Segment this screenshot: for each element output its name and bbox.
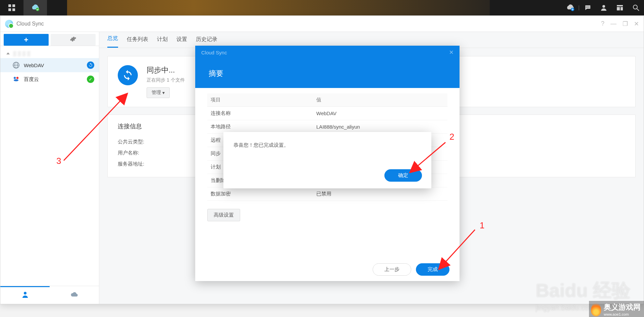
taskbar-widgets-icon[interactable] [612, 0, 628, 15]
sidebar-tab-cloud[interactable] [50, 286, 99, 304]
tab-schedule[interactable]: 计划 [157, 36, 168, 48]
taskbar-banner [67, 0, 490, 15]
svg-point-18 [14, 77, 16, 79]
svg-rect-3 [12, 8, 15, 11]
close-icon[interactable]: ✕ [634, 20, 639, 28]
svg-point-7 [587, 7, 588, 7]
tab-tasklist[interactable]: 任务列表 [127, 36, 148, 48]
sidebar-item-label: 百度云 [24, 76, 39, 83]
svg-rect-0 [8, 4, 11, 7]
alert-message: 恭喜您！您已完成设置。 [233, 142, 421, 148]
tab-overview[interactable]: 总览 [107, 35, 118, 48]
flame-icon [591, 302, 601, 316]
sidebar-group[interactable]: ▒▒▒▒ [0, 49, 99, 58]
sidebar-item-label: WebDAV [24, 62, 44, 68]
site-badge: 奥义游戏网 www.aoe1.com [589, 301, 644, 317]
gear-icon [70, 36, 76, 44]
wizard-titlebar: Cloud Sync × [195, 46, 460, 59]
sidebar-item-baidu[interactable]: 百度云 ✓ [0, 72, 99, 86]
add-connection-button[interactable]: + [4, 34, 49, 46]
minimize-icon[interactable]: — [610, 20, 616, 28]
taskbar-user-icon[interactable] [596, 0, 612, 15]
connection-label: 服务器地址: [118, 161, 155, 167]
sidebar-tab-user[interactable] [0, 286, 50, 304]
wizard-close-icon[interactable]: × [449, 49, 453, 56]
ok-icon: ✓ [87, 76, 94, 83]
taskbar-search-icon[interactable] [628, 0, 644, 15]
taskbar-cloud-sync[interactable] [23, 0, 47, 15]
wizard-header-title: 摘要 [209, 69, 223, 79]
maximize-icon[interactable]: ❐ [623, 20, 628, 28]
baidu-icon [12, 76, 20, 83]
taskbar-apps[interactable] [0, 0, 23, 15]
app-title: Cloud Sync [16, 21, 44, 27]
wizard-col-item: 项目 [207, 93, 313, 107]
overview-title: 同步中... [147, 65, 185, 75]
syncing-icon [87, 61, 94, 69]
sidebar-group-label: ▒▒▒▒ [13, 51, 32, 56]
connection-label: 用户名称: [118, 150, 155, 156]
wizard-header: 摘要 [195, 59, 460, 88]
table-row: 本地路径LAI888/sync_aliyun [207, 120, 447, 134]
taskbar-cloud-status-icon[interactable] [562, 0, 578, 15]
svg-rect-11 [617, 7, 620, 10]
alert-ok-button[interactable]: 确定 [384, 169, 422, 182]
user-icon [21, 291, 29, 300]
manage-label: 管理 [152, 90, 161, 96]
app-icon [5, 20, 13, 28]
chevron-up-icon [6, 52, 10, 54]
site-url: www.aoe1.com [604, 312, 641, 316]
svg-rect-12 [621, 7, 623, 10]
manage-dropdown[interactable]: 管理 ▾ [147, 87, 170, 98]
svg-point-4 [36, 8, 39, 11]
overview-subtitle: 正在同步 1 个文件 [147, 77, 185, 83]
help-icon[interactable]: ? [601, 20, 604, 28]
site-name: 奥义游戏网 [604, 302, 641, 312]
taskbar-chat-icon[interactable] [580, 0, 596, 15]
advanced-settings-button[interactable]: 高级设置 [207, 209, 240, 221]
alert-dialog: 恭喜您！您已完成设置。 确定 [223, 132, 431, 188]
table-row: 连接名称WebDAV [207, 107, 447, 120]
svg-point-9 [602, 5, 605, 8]
tab-settings[interactable]: 设置 [176, 36, 187, 48]
svg-point-13 [633, 5, 637, 9]
svg-rect-2 [8, 8, 11, 11]
finish-button[interactable]: 完成 [416, 263, 449, 276]
svg-point-20 [24, 292, 26, 295]
wizard-app-name: Cloud Sync [201, 50, 227, 55]
sidebar: + ▒▒▒▒ WebDAV [0, 32, 99, 304]
svg-point-19 [16, 77, 18, 79]
sidebar-settings-button[interactable] [51, 34, 96, 46]
wizard-col-value: 值 [313, 93, 447, 107]
svg-point-8 [589, 7, 589, 7]
chevron-down-icon: ▾ [162, 90, 165, 95]
svg-line-14 [637, 9, 639, 11]
svg-rect-10 [617, 5, 623, 6]
app-titlebar: Cloud Sync ? — ❐ ✕ [0, 16, 644, 32]
sidebar-item-webdav[interactable]: WebDAV [0, 58, 99, 72]
svg-rect-1 [12, 4, 15, 7]
desktop-taskbar: | [0, 0, 644, 15]
table-row: 数据加密已禁用 [207, 187, 447, 201]
connection-label: 公共云类型: [118, 139, 155, 145]
svg-point-6 [586, 7, 587, 7]
webdav-icon [12, 61, 20, 69]
cloud-icon [70, 291, 79, 300]
previous-button[interactable]: 上一步 [373, 263, 411, 276]
overview-sync-icon [118, 65, 138, 85]
